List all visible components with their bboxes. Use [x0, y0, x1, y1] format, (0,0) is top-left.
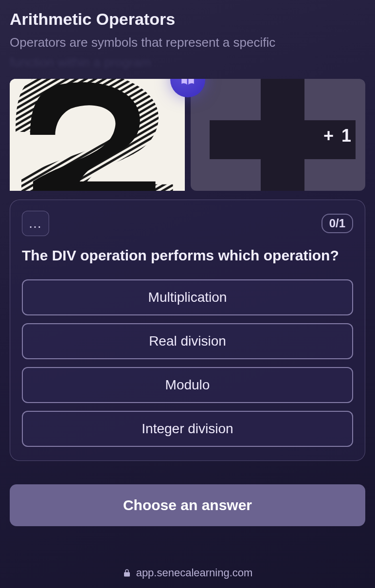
answer-options: Multiplication Real division Modulo Inte…	[22, 279, 353, 447]
lock-icon	[123, 569, 131, 577]
hero-two-graphic	[10, 79, 185, 191]
question-card: … 0/1 The DIV operation performs which o…	[10, 200, 365, 461]
answer-option[interactable]: Integer division	[22, 411, 353, 447]
hero-plus-card: + 1	[191, 79, 366, 191]
lesson-subtitle-faded: function within a program	[10, 55, 365, 70]
plus-label: + 1	[323, 126, 353, 146]
lesson-title: Arithmetic Operators	[10, 10, 365, 29]
plus-icon	[214, 81, 341, 188]
answer-option[interactable]: Multiplication	[22, 279, 353, 315]
score-pill: 0/1	[321, 214, 353, 233]
ellipsis-icon: …	[28, 217, 43, 230]
browser-url-bar[interactable]: app.senecalearning.com	[0, 567, 375, 579]
more-button[interactable]: …	[22, 211, 49, 236]
answer-option[interactable]: Real division	[22, 323, 353, 359]
book-icon	[179, 79, 196, 88]
lesson-subtitle: Operators are symbols that represent a s…	[10, 34, 365, 51]
hero-illustration: + 1	[10, 79, 365, 191]
choose-answer-button[interactable]: Choose an answer	[10, 484, 365, 526]
question-top-row: … 0/1	[22, 211, 353, 236]
browser-url: app.senecalearning.com	[136, 567, 253, 579]
question-text: The DIV operation performs which operati…	[22, 246, 353, 266]
answer-option[interactable]: Modulo	[22, 367, 353, 403]
info-card: Arithmetic Operators Operators are symbo…	[0, 0, 375, 191]
